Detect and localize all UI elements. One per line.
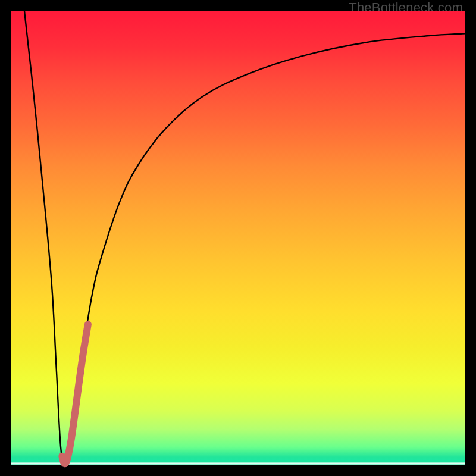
plot-area <box>11 11 465 465</box>
highlight-segment <box>62 324 88 464</box>
curve-svg <box>11 11 465 465</box>
chart-frame: TheBottleneck.com <box>0 0 476 476</box>
bottleneck-curve <box>24 11 465 465</box>
